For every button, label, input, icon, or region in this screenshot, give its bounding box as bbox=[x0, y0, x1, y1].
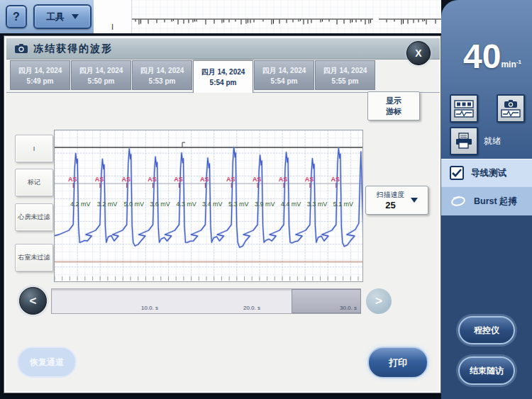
as-marker-label: AS bbox=[305, 176, 314, 183]
tab-time: 5:50 pm bbox=[72, 77, 131, 85]
show-cursor-label-1: 显示 bbox=[368, 96, 419, 106]
camera-icon bbox=[15, 44, 28, 53]
tab-date: 四月 14, 2024 bbox=[255, 66, 314, 76]
tab-time: 5:55 pm bbox=[316, 77, 375, 85]
as-marker-label: AS bbox=[121, 176, 131, 183]
channel-button-marker[interactable]: 标记 bbox=[15, 169, 53, 196]
parameters-waveform-icon bbox=[454, 99, 474, 118]
as-marker-label: AS bbox=[200, 176, 209, 183]
end-session-button[interactable]: 结束随访 bbox=[458, 356, 515, 385]
chevron-down-icon bbox=[411, 198, 418, 203]
sweep-speed-value: 25 bbox=[377, 200, 405, 210]
waveform-plot-svg: AS4.2 mVAS3.2 mVAS5.0 mVAS3.6 mVAS4.3 mV… bbox=[55, 130, 362, 281]
channel-button-atrial-unfiltered[interactable]: 心房未过滤 bbox=[15, 203, 53, 231]
tab-time: 5:49 pm bbox=[11, 77, 70, 85]
screen: ? 工具 I 冻结获得的波形 X 四月 14, 2024 5:49 pm 四月 … bbox=[0, 0, 532, 399]
dialog-header: 冻结获得的波形 bbox=[6, 38, 440, 60]
as-amplitude-label: 4.2 mV bbox=[70, 201, 91, 208]
menu-item-lead-test[interactable]: 导线测试 bbox=[441, 159, 532, 186]
chevron-down-icon bbox=[72, 14, 79, 19]
frozen-waveform-dialog: 冻结获得的波形 X 四月 14, 2024 5:49 pm 四月 14, 202… bbox=[4, 35, 441, 393]
restore-channel-button[interactable]: 恢复通道 bbox=[17, 347, 77, 378]
sweep-speed-dropdown[interactable]: 扫描速度 25 bbox=[365, 186, 428, 215]
timeline-label-30s: 30.0. s bbox=[327, 305, 370, 311]
print-button[interactable]: 打印 bbox=[367, 347, 428, 378]
menu-item-burst-pacing[interactable]: Burst 起搏 bbox=[441, 186, 532, 215]
tab-freeze-3[interactable]: 四月 14, 2024 5:53 pm bbox=[132, 60, 192, 90]
tab-date: 四月 14, 2024 bbox=[316, 66, 375, 76]
channel-button-rv-unfiltered[interactable]: 右室未过滤 bbox=[15, 244, 53, 271]
scroll-left-button[interactable]: < bbox=[19, 287, 47, 315]
scroll-right-button[interactable]: > bbox=[366, 288, 392, 314]
tab-time: 5:54 pm bbox=[194, 79, 253, 86]
tab-date: 四月 14, 2024 bbox=[72, 66, 131, 76]
timeline-scrollbar[interactable]: 10.0. s 20.0. s 30.0. s bbox=[51, 288, 361, 314]
tab-freeze-2[interactable]: 四月 14, 2024 5:50 pm bbox=[71, 60, 131, 90]
show-cursor-label-2: 游标 bbox=[368, 106, 419, 117]
tab-time: 5:53 pm bbox=[133, 77, 192, 85]
display-setup-button[interactable] bbox=[450, 94, 478, 123]
as-amplitude-label: 3.6 mV bbox=[150, 201, 170, 208]
tab-freeze-4[interactable]: 四月 14, 2024 5:54 pm bbox=[193, 60, 253, 93]
as-marker-label: AS bbox=[253, 176, 262, 183]
rate-value: 40 bbox=[463, 40, 501, 74]
tools-menu-button[interactable]: 工具 bbox=[33, 4, 92, 29]
camera-waveform-icon bbox=[501, 99, 521, 118]
printer-status-label: 就绪 bbox=[484, 127, 501, 155]
tab-freeze-6[interactable]: 四月 14, 2024 5:55 pm bbox=[315, 60, 375, 90]
freeze-capture-button[interactable] bbox=[497, 94, 525, 123]
timeline-label-20s: 20.0. s bbox=[231, 305, 273, 311]
tab-freeze-1[interactable]: 四月 14, 2024 5:49 pm bbox=[10, 60, 70, 90]
as-amplitude-label: 4.3 mV bbox=[176, 201, 196, 208]
as-amplitude-label: 3.9 mV bbox=[255, 201, 275, 208]
printer-icon bbox=[455, 133, 473, 150]
as-amplitude-label: 5.0 mV bbox=[123, 201, 144, 208]
show-cursor-button[interactable]: 显示 游标 bbox=[367, 91, 420, 120]
timeline-label-10s: 10.0. s bbox=[128, 305, 171, 311]
rate-unit: min-1 bbox=[501, 59, 521, 69]
as-amplitude-label: 3.2 mV bbox=[97, 201, 118, 208]
as-marker-label: AS bbox=[331, 176, 340, 183]
as-marker-label: AS bbox=[226, 176, 235, 183]
burst-icon bbox=[450, 194, 467, 209]
programmer-button[interactable]: 程控仪 bbox=[458, 316, 515, 344]
tab-date: 四月 14, 2024 bbox=[133, 66, 192, 76]
as-marker-label: AS bbox=[279, 176, 288, 183]
print-status-button[interactable] bbox=[450, 127, 478, 155]
tab-date: 四月 14, 2024 bbox=[194, 67, 253, 77]
tab-freeze-5[interactable]: 四月 14, 2024 5:54 pm bbox=[254, 60, 314, 90]
live-ecg-waveform bbox=[132, 0, 441, 33]
rate-display: 40 min-1 bbox=[441, 40, 532, 74]
live-ecg-strip bbox=[132, 0, 441, 33]
right-side-panel: 40 min-1 bbox=[441, 0, 532, 399]
channel-button-lead-i[interactable]: I bbox=[15, 135, 53, 162]
checkbox-checked-icon bbox=[450, 166, 464, 180]
tab-date: 四月 14, 2024 bbox=[11, 66, 70, 76]
as-marker-label: AS bbox=[68, 176, 77, 183]
menu-item-label: Burst 起搏 bbox=[474, 196, 517, 208]
as-amplitude-label: 5.1 mV bbox=[333, 201, 354, 208]
waveform-plot: AS4.2 mVAS3.2 mVAS5.0 mVAS3.6 mVAS4.3 mV… bbox=[54, 130, 363, 282]
as-marker-label: AS bbox=[174, 176, 183, 183]
as-amplitude-label: 3.3 mV bbox=[307, 201, 328, 208]
as-marker-label: AS bbox=[95, 176, 104, 183]
dialog-title: 冻结获得的波形 bbox=[33, 43, 113, 55]
as-amplitude-label: 3.4 mV bbox=[202, 201, 223, 208]
sweep-speed-label: 扫描速度 bbox=[377, 190, 405, 200]
tools-menu-label: 工具 bbox=[46, 11, 65, 23]
help-button[interactable]: ? bbox=[6, 5, 27, 28]
as-amplitude-label: 4.4 mV bbox=[281, 201, 301, 208]
live-strip-lead-label: I bbox=[94, 0, 132, 33]
as-marker-label: AS bbox=[148, 176, 157, 183]
as-amplitude-label: 5.3 mV bbox=[228, 201, 249, 208]
menu-item-label: 导线测试 bbox=[471, 167, 506, 179]
close-button[interactable]: X bbox=[406, 41, 431, 65]
tab-time: 5:54 pm bbox=[255, 77, 314, 85]
freeze-tabs: 四月 14, 2024 5:49 pm 四月 14, 2024 5:50 pm … bbox=[10, 60, 376, 93]
